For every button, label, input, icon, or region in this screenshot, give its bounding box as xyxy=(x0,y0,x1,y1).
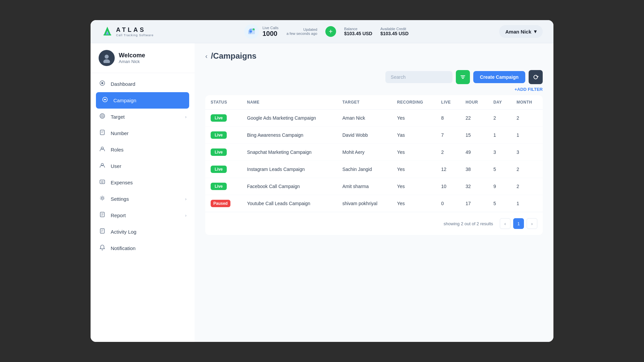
svg-rect-16 xyxy=(100,130,104,135)
cell-month: 2 xyxy=(511,178,543,195)
cell-hour: 17 xyxy=(460,195,488,212)
col-month: MONTH xyxy=(511,95,543,110)
sidebar-item-report[interactable]: Report › xyxy=(91,207,195,224)
cell-hour: 22 xyxy=(460,110,488,127)
sidebar-item-label-number: Number xyxy=(111,130,128,136)
cell-month: 1 xyxy=(511,127,543,144)
sidebar-username: Aman Nick xyxy=(119,59,145,64)
pagination: showing 2 out of 2 results ‹ 1 › xyxy=(205,212,543,235)
sidebar-item-user[interactable]: User xyxy=(91,158,195,174)
cell-status: Live xyxy=(205,161,242,178)
col-status: STATUS xyxy=(205,95,242,110)
search-input[interactable] xyxy=(385,71,452,83)
table-row: Live Facebook Call Campaign Amit sharma … xyxy=(205,178,543,195)
pagination-page-1[interactable]: 1 xyxy=(513,218,524,229)
cell-month: 2 xyxy=(511,110,543,127)
svg-point-21 xyxy=(101,197,103,199)
cell-live: 12 xyxy=(436,161,460,178)
sidebar-item-expenses[interactable]: Expenses xyxy=(91,174,195,191)
refresh-icon xyxy=(533,74,539,80)
sidebar-item-label-settings: Settings xyxy=(111,196,129,202)
target-icon xyxy=(99,113,106,121)
col-hour: HOUR xyxy=(460,95,488,110)
sidebar-item-settings[interactable]: Settings › xyxy=(91,191,195,207)
sidebar-item-campaign[interactable]: Campaign xyxy=(96,92,189,109)
balance-label: Balance xyxy=(344,27,372,31)
header-center: + Live Calls 1000 Updated a few seconds … xyxy=(244,24,409,39)
svg-point-15 xyxy=(102,116,103,117)
cell-live: 7 xyxy=(436,127,460,144)
cell-status: Live xyxy=(205,144,242,161)
number-icon xyxy=(99,129,106,137)
logo-icon xyxy=(101,25,113,38)
report-icon xyxy=(99,212,106,219)
roles-icon xyxy=(99,146,106,154)
live-calls-value: 1000 xyxy=(262,30,278,38)
sidebar-item-number[interactable]: Number xyxy=(91,125,195,141)
pagination-next[interactable]: › xyxy=(527,218,537,229)
app-container: ATLAS Call Tracking Software + xyxy=(91,20,553,342)
back-button[interactable]: ‹ xyxy=(205,52,208,60)
cell-target: Aman Nick xyxy=(337,110,392,127)
svg-point-8 xyxy=(105,55,109,59)
user-profile: Welcome Aman Nick xyxy=(91,50,195,73)
cell-status: Live xyxy=(205,110,242,127)
add-filter-link[interactable]: +ADD FILTER xyxy=(205,87,543,92)
cell-name: Bing Awareness Campaign xyxy=(242,127,337,144)
col-recording: RECORDING xyxy=(392,95,436,110)
add-button[interactable]: + xyxy=(325,26,336,37)
logo-subtitle: Call Tracking Software xyxy=(116,34,154,37)
update-info: Updated a few seconds ago xyxy=(286,27,317,36)
credit-section: Available Credit $103.45 USD xyxy=(380,27,409,36)
logo-title: ATLAS xyxy=(116,26,154,34)
sidebar-item-label-activity-log: Activity Log xyxy=(111,229,137,235)
sidebar-item-activity-log[interactable]: Activity Log xyxy=(91,224,195,240)
create-campaign-button[interactable]: Create Campaign xyxy=(473,71,525,83)
sidebar-item-dashboard[interactable]: Dashboard xyxy=(91,76,195,92)
cell-name: Snapchat Marketing Campaign xyxy=(242,144,337,161)
cell-month: 1 xyxy=(511,195,543,212)
svg-text:+: + xyxy=(253,29,254,31)
sidebar-item-label-roles: Roles xyxy=(111,147,123,153)
filter-button[interactable] xyxy=(456,70,470,84)
sidebar-item-label-expenses: Expenses xyxy=(111,180,133,185)
sidebar-item-roles[interactable]: Roles xyxy=(91,141,195,158)
activity-log-icon xyxy=(99,228,106,236)
sidebar-item-label-dashboard: Dashboard xyxy=(111,81,135,87)
cell-recording: Yes xyxy=(392,195,436,212)
cell-month: 2 xyxy=(511,161,543,178)
campaigns-table-wrap: STATUS NAME TARGET RECORDING LIVE HOUR D… xyxy=(205,95,543,235)
sidebar-item-notification[interactable]: Notification xyxy=(91,240,195,256)
table-row: Live Google Ads Marketing Campaign Aman … xyxy=(205,110,543,127)
filter-icon xyxy=(460,74,466,80)
status-badge: Paused xyxy=(211,200,230,207)
pagination-prev[interactable]: ‹ xyxy=(500,218,511,229)
settings-icon xyxy=(99,195,106,203)
sidebar-item-target[interactable]: Target › xyxy=(91,109,195,125)
dashboard-icon xyxy=(99,80,106,88)
cell-hour: 49 xyxy=(460,144,488,161)
page-title: /Campaigns xyxy=(211,51,257,61)
refresh-button[interactable] xyxy=(529,70,543,84)
cell-day: 1 xyxy=(488,127,511,144)
cell-day: 5 xyxy=(488,195,511,212)
status-badge: Live xyxy=(211,131,227,139)
svg-rect-19 xyxy=(100,180,105,184)
cell-hour: 32 xyxy=(460,178,488,195)
cell-status: Paused xyxy=(205,195,242,212)
table-row: Live Snapchat Marketing Campaign Mohit A… xyxy=(205,144,543,161)
cell-name: Instagram Leads Campaign xyxy=(242,161,337,178)
user-info-sidebar: Welcome Aman Nick xyxy=(119,52,145,64)
cell-live: 10 xyxy=(436,178,460,195)
cell-recording: Yes xyxy=(392,110,436,127)
col-live: LIVE xyxy=(436,95,460,110)
logo: ATLAS Call Tracking Software xyxy=(101,25,154,38)
cell-target: David Wobb xyxy=(337,127,392,144)
cell-recording: Yes xyxy=(392,144,436,161)
welcome-text: Welcome xyxy=(119,52,145,59)
expenses-icon xyxy=(99,179,106,186)
user-menu-button[interactable]: Aman Nick ▾ xyxy=(499,25,543,38)
table-body: Live Google Ads Marketing Campaign Aman … xyxy=(205,110,543,212)
cell-target: Amit sharma xyxy=(337,178,392,195)
cell-month: 3 xyxy=(511,144,543,161)
